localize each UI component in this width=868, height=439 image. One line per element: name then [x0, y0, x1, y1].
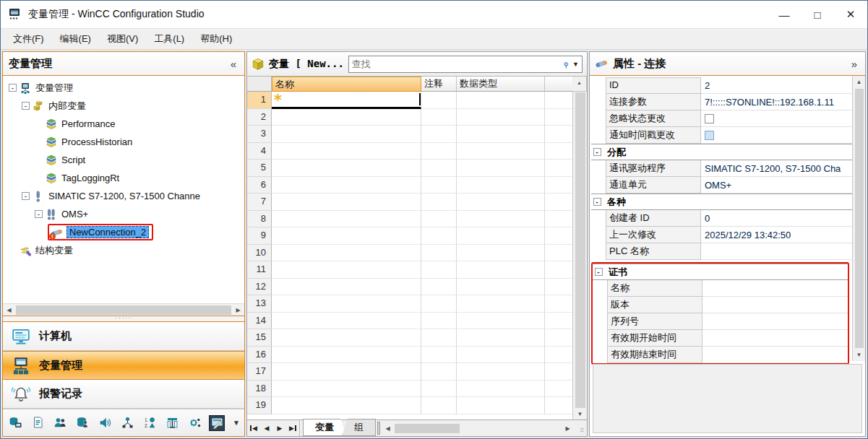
nav-item-computer[interactable]: 计算机 [3, 322, 244, 351]
property-row-cert-version[interactable]: 版本 [593, 297, 848, 313]
menu-tools[interactable]: 工具(L) [146, 30, 192, 48]
menu-edit[interactable]: 编辑(E) [52, 30, 99, 48]
row-number[interactable]: 15 [247, 329, 272, 347]
scroll-right-icon[interactable]: ▶ [562, 425, 574, 432]
user-administrator-icon[interactable] [52, 415, 68, 431]
grid-row[interactable]: 8 [247, 211, 572, 228]
property-value[interactable] [702, 313, 848, 330]
menu-view[interactable]: 视图(V) [99, 30, 146, 48]
property-value[interactable]: 2025/12/29 13:42:50 [701, 227, 852, 243]
grid-row[interactable]: 6 [247, 177, 572, 194]
property-row-id[interactable]: ID 2 [591, 77, 852, 94]
scrollbar-thumb[interactable] [16, 305, 231, 315]
first-record-button[interactable]: ◀ [247, 420, 260, 436]
property-value[interactable] [702, 280, 848, 297]
expander-icon[interactable]: - [35, 210, 43, 218]
audio-icon[interactable] [97, 415, 113, 431]
row-number[interactable]: 14 [247, 313, 272, 330]
last-record-button[interactable]: ▶ [286, 420, 299, 436]
expander-icon[interactable]: - [22, 102, 30, 110]
collapse-section-icon[interactable]: - [593, 198, 601, 206]
grid-horizontal-scrollbar[interactable]: ◀ ▶ [382, 420, 574, 436]
section-certificate[interactable]: - 证书 [593, 264, 848, 280]
grid-row[interactable]: 13 [247, 295, 572, 313]
scroll-left-icon[interactable]: ◀ [3, 307, 15, 313]
scrollbar-thumb[interactable] [575, 92, 585, 408]
close-button[interactable]: ✕ [834, 1, 867, 28]
row-number[interactable]: 16 [247, 347, 272, 364]
grid-row[interactable]: 19 [247, 397, 572, 414]
toolbar-overflow-icon[interactable]: ▼ [233, 419, 240, 427]
property-row-comm-driver[interactable]: 通讯驱动程序 SIMATIC S7-1200, S7-1500 Cha [591, 160, 852, 177]
scrollbar-thumb[interactable] [855, 89, 864, 348]
name-cell-editing[interactable]: * [272, 92, 421, 109]
grid-vertical-scrollbar[interactable]: ▼ [572, 92, 587, 420]
maximize-button[interactable]: □ [801, 1, 834, 28]
tree-item-structure-tags[interactable]: 结构变量 [6, 241, 244, 259]
row-number[interactable]: 2 [247, 109, 272, 126]
grid-row[interactable]: 2 [247, 109, 572, 126]
grid-row[interactable]: 11 [247, 261, 572, 279]
property-row-cert-valid-to[interactable]: 有效期结束时间 [593, 347, 848, 363]
property-value[interactable] [702, 297, 848, 313]
text-distributor-icon[interactable] [164, 415, 180, 431]
row-number[interactable]: 7 [247, 194, 272, 211]
property-row-connection-params[interactable]: 连接参数 7!:::::S7ONLINE!::192.168.1.11 [591, 94, 852, 110]
scroll-down-icon[interactable]: ▼ [853, 349, 865, 361]
grid-row[interactable]: 4 [247, 143, 572, 160]
user-archive-icon[interactable] [74, 415, 90, 431]
grid-row[interactable]: 12 [247, 279, 572, 296]
row-number[interactable]: 19 [247, 397, 272, 414]
collapse-panel-icon[interactable]: « [228, 58, 239, 70]
property-row-channel-unit[interactable]: 通道单元 OMS+ [591, 177, 852, 194]
row-number[interactable]: 5 [247, 160, 272, 177]
tree-item-script[interactable]: Script [6, 151, 244, 169]
grid-row[interactable]: 5 [247, 160, 572, 177]
grid-row[interactable]: 18 [247, 381, 572, 398]
grid-row[interactable]: 7 [247, 194, 572, 211]
row-number[interactable]: 11 [247, 261, 272, 279]
tree-item-newconnection-2[interactable]: ! NewConnection_2 [6, 223, 244, 241]
row-number[interactable]: 8 [247, 211, 272, 228]
search-input[interactable] [352, 58, 563, 69]
grid-row[interactable]: 1 * [247, 92, 572, 109]
property-row-cert-valid-from[interactable]: 有效期开始时间 [593, 330, 848, 347]
properties-vertical-scrollbar[interactable]: ▲ ▼ [852, 76, 865, 361]
expander-icon[interactable]: - [9, 84, 17, 92]
property-value[interactable]: 2 [701, 77, 852, 94]
scroll-down-icon[interactable]: ▼ [573, 409, 587, 420]
search-box[interactable]: ⌕ ▼ [348, 56, 583, 73]
scroll-left-icon[interactable]: ◀ [382, 425, 394, 432]
row-number[interactable]: 10 [247, 245, 272, 262]
property-row-creator-id[interactable]: 创建者 ID 0 [591, 210, 852, 227]
search-caret-icon[interactable]: ▼ [572, 61, 579, 68]
property-row-cert-serial[interactable]: 序列号 [593, 313, 848, 330]
panel-splitter[interactable]: ····· [3, 316, 244, 322]
grid-row[interactable]: 16 [247, 347, 572, 364]
menu-help[interactable]: 帮助(H) [192, 30, 240, 48]
row-number[interactable]: 17 [247, 363, 272, 381]
grid-row[interactable]: 3 [247, 126, 572, 143]
row-number[interactable]: 3 [247, 126, 272, 143]
tag-logging-icon[interactable] [7, 415, 23, 431]
resize-grip[interactable]: ⠿ [574, 420, 587, 436]
cross-reference-icon[interactable] [186, 415, 202, 431]
property-row-notify-timestamp-change[interactable]: 通知时间戳更改 [591, 127, 852, 144]
property-value[interactable] [702, 330, 848, 347]
grid-row[interactable]: 14 [247, 313, 572, 330]
screen-editor-icon[interactable] [209, 415, 225, 431]
checkbox[interactable] [705, 114, 714, 123]
nav-item-tag-management[interactable]: 变量管理 [3, 351, 244, 380]
grid-row[interactable]: 17 [247, 363, 572, 381]
menu-file[interactable]: 文件(F) [5, 30, 52, 48]
expand-panel-icon[interactable]: » [849, 58, 859, 70]
property-value[interactable] [701, 243, 852, 260]
nav-item-alarm-logging[interactable]: 报警记录 [3, 380, 244, 409]
grid-row[interactable]: 10 [247, 245, 572, 262]
property-value[interactable] [702, 347, 848, 363]
scroll-right-icon[interactable]: ▶ [232, 307, 244, 313]
property-row-ignore-status-change[interactable]: 忽略状态更改 [591, 110, 852, 127]
tree-item-oms-plus[interactable]: - OMS+ [6, 205, 244, 223]
property-value[interactable]: SIMATIC S7-1200, S7-1500 Cha [701, 160, 852, 177]
scroll-up-icon[interactable]: ▲ [572, 77, 587, 92]
